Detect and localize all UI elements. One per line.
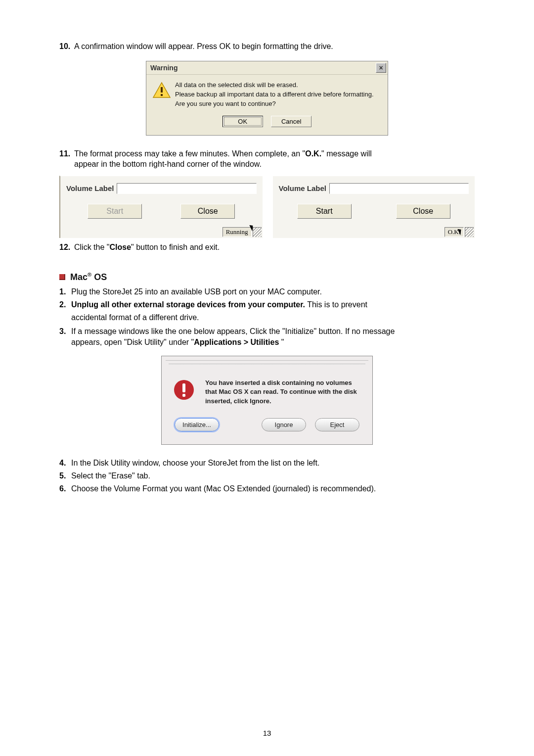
- window-close-button[interactable]: ×: [376, 63, 386, 73]
- panels-row: Volume Label Start Close Running V: [59, 176, 475, 238]
- step-number: 6.: [59, 484, 71, 493]
- mac-os-heading: Mac® OS: [59, 272, 475, 283]
- format-panel-complete: Volume Label Start Close O.K.: [272, 176, 475, 238]
- step-text: In the Disk Utility window, choose your …: [71, 459, 475, 468]
- list-item: 5. Select the "Erase" tab.: [59, 472, 475, 480]
- alert-icon: [173, 378, 195, 401]
- volume-label: Volume Label: [279, 184, 326, 192]
- step-text-cont: accidental format of a different drive.: [59, 313, 475, 322]
- warning-line3: Are you sure you want to continue?: [175, 99, 382, 109]
- cancel-button[interactable]: Cancel: [271, 116, 312, 127]
- page-number: 13: [0, 729, 534, 737]
- step-12: 12. Click the "Close" button to finish a…: [59, 243, 475, 252]
- eject-button[interactable]: Eject: [315, 418, 359, 431]
- step-text: Select the "Erase" tab.: [71, 472, 475, 480]
- mac-dialog: You have inserted a disk containing no v…: [161, 356, 373, 445]
- step-number: 1.: [59, 287, 71, 296]
- step-text: A confirmation window will appear. Press…: [74, 42, 475, 51]
- step-text: Plug the StoreJet 25 into an available U…: [71, 287, 475, 296]
- step-number: 5.: [59, 472, 71, 480]
- ok-button[interactable]: OK: [222, 116, 263, 127]
- step-number: 3.: [59, 327, 71, 336]
- step-number: 12.: [59, 243, 74, 252]
- warning-icon-col: [152, 81, 175, 109]
- initialize-button[interactable]: Initialize...: [175, 418, 219, 431]
- status-bar: Running: [60, 226, 263, 238]
- step-11: 11. The format process may take a few mi…: [59, 149, 475, 169]
- dialog-title: Warning: [150, 64, 178, 72]
- step-text-cont: appears, open "Disk Utility" under "Appl…: [59, 338, 475, 347]
- volume-input[interactable]: [329, 183, 469, 194]
- resize-grip-icon: [465, 227, 474, 237]
- volume-label: Volume Label: [66, 184, 114, 192]
- step-number: 2.: [59, 300, 71, 309]
- mac-dialog-topbar: [169, 364, 365, 365]
- mac-steps-list: 1. Plug the StoreJet 25 into an availabl…: [59, 287, 475, 347]
- close-button[interactable]: Close: [180, 204, 235, 219]
- step-number: 10.: [59, 42, 74, 51]
- svg-rect-5: [182, 394, 185, 397]
- mac-dialog-text: You have inserted a disk containing no v…: [205, 378, 360, 407]
- close-icon: ×: [379, 64, 383, 72]
- mac-steps-list-2: 4. In the Disk Utility window, choose yo…: [59, 459, 475, 493]
- start-button[interactable]: Start: [297, 204, 352, 219]
- warning-line1: All data on the selected disk will be er…: [175, 81, 382, 90]
- step-text: Choose the Volume Format you want (Mac O…: [71, 484, 475, 493]
- warning-dialog: Warning × All data on the selected disk …: [146, 61, 388, 136]
- status-bar: O.K.: [273, 226, 475, 238]
- dialog-titlebar: Warning ×: [146, 61, 388, 75]
- ignore-button[interactable]: Ignore: [262, 418, 306, 431]
- close-button[interactable]: Close: [396, 204, 450, 219]
- start-button[interactable]: Start: [88, 204, 142, 219]
- mac-alert-icon-col: [173, 378, 196, 407]
- page-content: 10. A confirmation window will appear. P…: [0, 0, 534, 756]
- svg-rect-2: [161, 94, 163, 96]
- list-item: 6. Choose the Volume Format you want (Ma…: [59, 484, 475, 493]
- list-item: 3. If a message windows like the one bel…: [59, 327, 475, 336]
- status-running-chip: Running: [222, 227, 252, 237]
- warning-line2: Please backup all important data to a di…: [175, 90, 382, 99]
- format-panel-running: Volume Label Start Close Running: [59, 176, 263, 238]
- step-number: 11.: [59, 149, 74, 158]
- step-text: Click the "Close" button to finish and e…: [74, 243, 475, 252]
- list-item: 4. In the Disk Utility window, choose yo…: [59, 459, 475, 468]
- step-text-cont: appear in the bottom right-hand corner o…: [59, 160, 475, 169]
- step-10: 10. A confirmation window will appear. P…: [59, 42, 475, 51]
- step-text: Unplug all other external storage device…: [71, 300, 475, 309]
- heading-text: Mac® OS: [70, 272, 107, 283]
- step-text: If a message windows like the one below …: [71, 327, 475, 336]
- svg-rect-1: [161, 87, 163, 93]
- list-item: 1. Plug the StoreJet 25 into an availabl…: [59, 287, 475, 296]
- bullet-icon: [59, 274, 65, 280]
- volume-input[interactable]: [117, 183, 256, 194]
- list-item: 2. Unplug all other external storage dev…: [59, 300, 475, 309]
- step-number: 4.: [59, 459, 71, 468]
- warning-icon: [152, 82, 171, 98]
- step-text: The format process may take a few minute…: [74, 149, 475, 158]
- warning-text: All data on the selected disk will be er…: [175, 81, 382, 109]
- svg-rect-4: [182, 383, 185, 392]
